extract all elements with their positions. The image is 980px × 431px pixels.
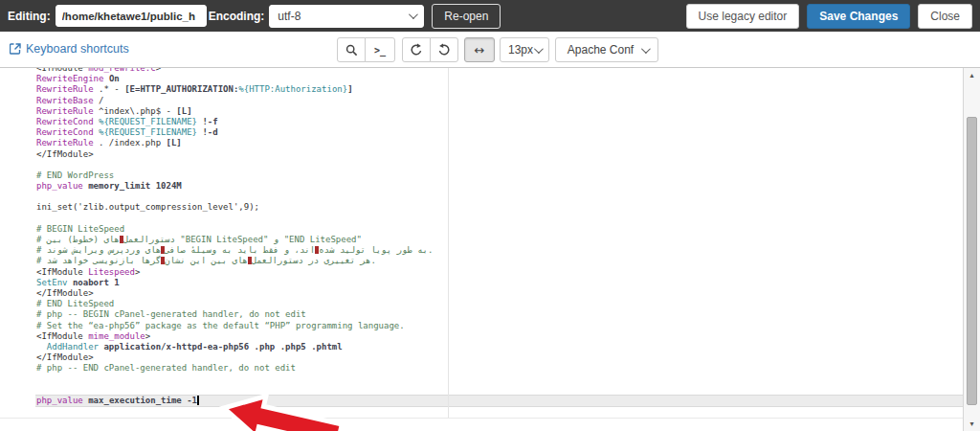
redo-button[interactable] — [430, 37, 458, 62]
chevron-down-icon — [534, 44, 544, 54]
code-editor[interactable]: <IfModule mod_rewrite.c>RewriteEngine On… — [0, 68, 963, 419]
topbar-actions: Use legacy editor Save Changes Close — [686, 4, 972, 29]
syntax-select[interactable]: Apache Conf — [555, 37, 658, 62]
redo-icon — [437, 43, 451, 57]
editing-label: Editing: — [8, 10, 51, 23]
chevron-down-icon — [409, 10, 418, 19]
terminal-icon: >_ — [374, 45, 386, 56]
close-button[interactable]: Close — [918, 4, 972, 29]
search-icon — [345, 44, 358, 57]
encoding-select[interactable]: utf-8 — [269, 5, 424, 28]
keyboard-shortcuts-icon — [10, 43, 21, 55]
use-legacy-editor-button[interactable]: Use legacy editor — [686, 4, 800, 29]
scroll-down-arrow-icon[interactable]: ▾ — [964, 418, 980, 429]
code-lines: <IfModule mod_rewrite.c>RewriteEngine On… — [36, 68, 433, 406]
undo-icon — [410, 43, 423, 57]
editor-toolbar: Keyboard shortcuts >_ ↔ — [0, 32, 980, 68]
vertical-scrollbar[interactable]: ▴ ▾ — [963, 68, 980, 431]
command-line-button[interactable]: >_ — [365, 37, 395, 62]
chevron-down-icon — [641, 44, 651, 54]
keyboard-shortcuts-label: Keyboard shortcuts — [26, 42, 129, 56]
scrollbar-thumb[interactable] — [967, 117, 977, 405]
syntax-value: Apache Conf — [568, 43, 639, 57]
font-size-select[interactable]: 13px — [500, 37, 549, 62]
file-path-input[interactable] — [56, 5, 207, 27]
edit-file-page: Editing: Encoding: utf-8 Re-open Use leg… — [0, 0, 980, 431]
font-size-value: 13px — [508, 43, 533, 57]
scroll-up-arrow-icon[interactable]: ▴ — [964, 69, 980, 80]
encoding-label: Encoding: — [209, 10, 265, 23]
search-button[interactable] — [337, 37, 366, 62]
keyboard-shortcuts-link[interactable]: Keyboard shortcuts — [10, 42, 129, 56]
encoding-value: utf-8 — [278, 10, 301, 23]
print-margin-line — [448, 68, 449, 418]
reopen-button[interactable]: Re-open — [432, 4, 501, 29]
undo-button[interactable] — [402, 37, 431, 62]
top-bar: Editing: Encoding: utf-8 Re-open Use leg… — [0, 0, 980, 32]
word-wrap-toggle[interactable]: ↔ — [464, 37, 495, 62]
save-changes-button[interactable]: Save Changes — [807, 4, 910, 29]
word-wrap-icon: ↔ — [475, 43, 485, 57]
